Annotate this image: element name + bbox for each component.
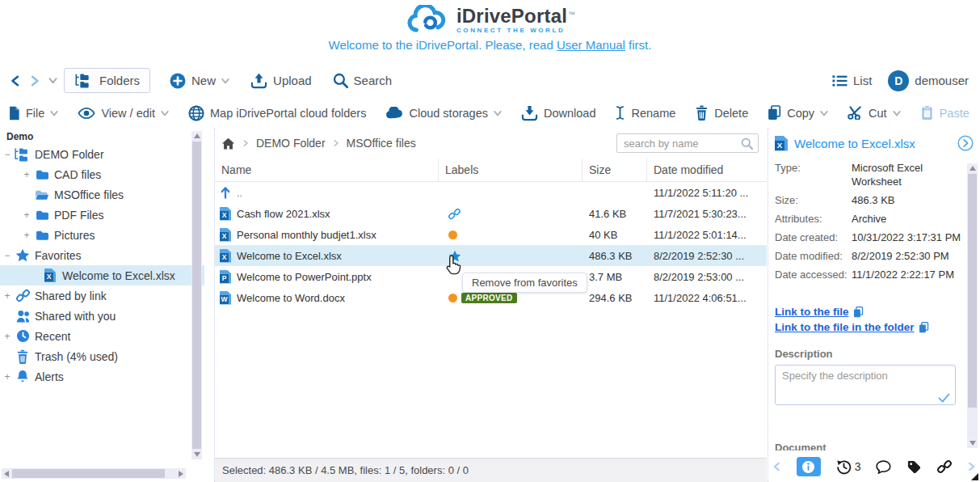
- column-header-size[interactable]: Size: [583, 159, 647, 181]
- tree-item-pictures[interactable]: + Pictures: [0, 225, 204, 245]
- table-row-cash-flow[interactable]: XCash flow 2021.xlsx 41.6 KB 11/7/2021 5…: [215, 203, 767, 224]
- rename-button[interactable]: Rename: [615, 105, 675, 120]
- tree-expander[interactable]: +: [21, 230, 32, 241]
- copy-link-icon[interactable]: [919, 322, 929, 333]
- scroll-down-arrow-icon[interactable]: [194, 452, 200, 457]
- resize-grip[interactable]: [971, 473, 978, 480]
- panel-next-chevron-icon[interactable]: [967, 461, 976, 472]
- shared-link-label-icon[interactable]: [448, 208, 461, 220]
- table-row-updir[interactable]: .. 11/1/2022 5:11:20 ...: [215, 182, 767, 203]
- folders-label: Folders: [99, 74, 140, 87]
- tree-horizontal-scrollbar[interactable]: [2, 468, 186, 479]
- tree-item-label: Recent: [35, 330, 70, 343]
- scrollbar-thumb[interactable]: [192, 142, 201, 449]
- scroll-up-arrow-icon[interactable]: [194, 133, 200, 138]
- list-view-button[interactable]: List: [832, 74, 872, 87]
- map-cloud-folders-button[interactable]: Map iDrivePortal cloud folders: [188, 105, 366, 121]
- tree-item-shared-with-you[interactable]: Shared with you: [0, 306, 204, 326]
- tree-expander[interactable]: −: [2, 250, 13, 261]
- tree-item-recent[interactable]: + Recent: [0, 326, 204, 346]
- content-area: Demo − DEMO Folder + CAD files MSOffice …: [0, 128, 980, 482]
- tag-tab-icon[interactable]: [906, 459, 922, 475]
- new-dropdown-chevron-icon[interactable]: [221, 77, 229, 85]
- details-vertical-scrollbar[interactable]: [967, 163, 978, 448]
- file-dropdown-chevron-icon[interactable]: [50, 109, 58, 117]
- selection-status-text: Selected: 486.3 KB / 4.5 MB, files: 1 / …: [222, 464, 469, 476]
- cloud-storages-dropdown-chevron-icon[interactable]: [494, 109, 502, 117]
- forward-icon[interactable]: [29, 75, 40, 87]
- tree-expander[interactable]: +: [2, 290, 13, 302]
- table-row-welcome-to-excel[interactable]: XWelcome to Excel.xlsx 486.3 KB 8/2/2019…: [215, 245, 767, 266]
- tree-item-trash[interactable]: Trash (4% used): [0, 346, 204, 366]
- paste-clipboard-icon: [920, 105, 934, 120]
- scrollbar-thumb[interactable]: [12, 469, 165, 478]
- breadcrumb-chevron-icon: [333, 140, 339, 146]
- history-tab-button[interactable]: 3: [836, 459, 861, 475]
- tree-expander[interactable]: −: [2, 149, 13, 160]
- breadcrumb-item-msoffice-files[interactable]: MSOffice files: [347, 137, 416, 150]
- tree-expander[interactable]: +: [21, 209, 32, 221]
- tree-item-shared-by-link[interactable]: + Shared by link: [0, 285, 204, 306]
- file-menu-button[interactable]: File: [8, 106, 58, 120]
- search-label: Search: [354, 74, 393, 87]
- tree-item-msoffice-files[interactable]: MSOffice files: [0, 184, 204, 205]
- tree-expander[interactable]: +: [2, 371, 13, 383]
- upload-button[interactable]: Upload: [250, 73, 312, 89]
- copy-dropdown-chevron-icon[interactable]: [820, 109, 828, 117]
- scroll-down-arrow-icon[interactable]: [969, 441, 976, 446]
- download-button[interactable]: Download: [521, 105, 596, 121]
- table-row-personal-budget[interactable]: XPersonal monthly budjet1.xlsx 40 KB 11/…: [215, 224, 767, 245]
- tree-item-pdf-files[interactable]: + PDF Files: [0, 205, 204, 225]
- column-header-labels[interactable]: Labels: [439, 159, 583, 181]
- search-icon[interactable]: [741, 137, 753, 150]
- excel-file-icon: X: [44, 268, 56, 282]
- home-icon[interactable]: [221, 137, 235, 150]
- tree-vertical-scrollbar[interactable]: [191, 131, 202, 459]
- list-icon: [832, 74, 848, 87]
- scroll-left-arrow-icon[interactable]: [4, 471, 9, 477]
- scrollbar-thumb[interactable]: [968, 174, 977, 408]
- scroll-up-arrow-icon[interactable]: [969, 166, 976, 171]
- breadcrumb-item-demo-folder[interactable]: DEMO Folder: [256, 137, 326, 150]
- tree-item-favorites[interactable]: − Favorites: [0, 245, 204, 265]
- cut-label: Cut: [869, 107, 887, 120]
- copy-link-icon[interactable]: [853, 307, 864, 318]
- cut-dropdown-chevron-icon[interactable]: [893, 109, 901, 117]
- cut-button[interactable]: Cut: [848, 106, 901, 120]
- user-manual-link[interactable]: User Manual: [557, 38, 625, 52]
- history-dropdown-chevron-icon[interactable]: [48, 76, 57, 85]
- comments-tab-icon[interactable]: [876, 460, 891, 474]
- link-to-file-in-folder[interactable]: Link to the file in the folder: [775, 319, 915, 335]
- tree-item-alerts[interactable]: + Alerts: [0, 366, 204, 387]
- file-label: File: [26, 107, 44, 120]
- back-icon[interactable]: [10, 75, 21, 87]
- column-header-date-modified[interactable]: Date modified: [647, 159, 767, 181]
- panel-prev-chevron-icon[interactable]: [772, 461, 781, 472]
- search-button[interactable]: Search: [333, 73, 393, 88]
- paste-button[interactable]: Paste: [920, 105, 969, 120]
- view-edit-button[interactable]: View / edit: [78, 107, 169, 120]
- circle-chevron-icon[interactable]: [957, 135, 974, 151]
- tree-item-demo-folder[interactable]: − DEMO Folder: [0, 144, 204, 164]
- details-file-title[interactable]: Welcome to Excel.xlsx: [794, 137, 915, 150]
- cloud-storages-button[interactable]: Cloud storages: [385, 107, 502, 120]
- view-edit-dropdown-chevron-icon[interactable]: [161, 109, 169, 117]
- new-button[interactable]: New: [170, 73, 229, 89]
- tree-root-label[interactable]: Demo: [0, 128, 204, 144]
- link-tab-icon[interactable]: [937, 459, 952, 474]
- info-tab-button[interactable]: [797, 457, 821, 476]
- user-menu[interactable]: D demouser: [888, 70, 969, 91]
- tree-item-cad-files[interactable]: + CAD files: [0, 164, 204, 184]
- delete-button[interactable]: Delete: [695, 105, 748, 120]
- description-textarea[interactable]: [775, 365, 956, 405]
- column-header-name[interactable]: Name: [215, 159, 439, 181]
- copy-button[interactable]: Copy: [768, 105, 828, 120]
- tree-item-welcome-to-excel[interactable]: X Welcome to Excel.xlsx: [0, 265, 204, 285]
- scroll-right-arrow-icon[interactable]: [179, 471, 183, 477]
- check-icon[interactable]: [938, 393, 950, 403]
- tree-expander[interactable]: +: [2, 331, 13, 342]
- search-input[interactable]: [622, 137, 741, 150]
- tree-expander[interactable]: +: [21, 169, 32, 180]
- folders-button[interactable]: Folders: [64, 68, 150, 93]
- link-to-file[interactable]: Link to the file: [775, 304, 849, 319]
